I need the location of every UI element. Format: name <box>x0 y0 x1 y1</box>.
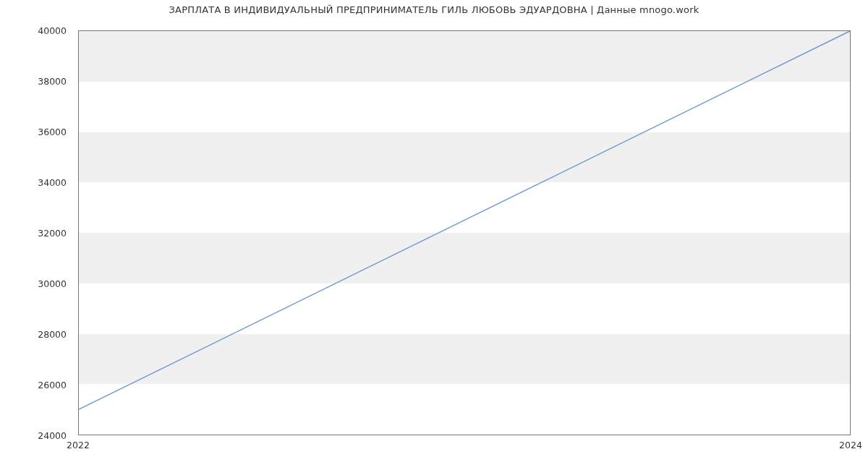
y-axis: 24000 26000 28000 30000 32000 34000 3600… <box>0 30 72 435</box>
y-tick-label: 28000 <box>38 329 67 340</box>
x-axis: 2022 2024 <box>78 437 851 458</box>
y-tick-label: 26000 <box>38 380 67 390</box>
y-tick-label: 40000 <box>38 25 67 36</box>
y-tick-label: 24000 <box>38 430 67 441</box>
x-tick-label: 2022 <box>67 440 90 450</box>
chart-container: ЗАРПЛАТА В ИНДИВИДУАЛЬНЫЙ ПРЕДПРИНИМАТЕЛ… <box>0 0 868 470</box>
plot-area <box>78 30 851 435</box>
y-tick-label: 34000 <box>38 177 67 188</box>
x-tick-label: 2024 <box>839 440 862 450</box>
series-line <box>79 31 850 409</box>
chart-title: ЗАРПЛАТА В ИНДИВИДУАЛЬНЫЙ ПРЕДПРИНИМАТЕЛ… <box>0 4 868 15</box>
y-tick-label: 36000 <box>38 127 67 137</box>
y-tick-label: 30000 <box>38 278 67 289</box>
y-tick-label: 38000 <box>38 76 67 87</box>
chart-svg <box>79 31 850 435</box>
y-tick-label: 32000 <box>38 228 67 239</box>
